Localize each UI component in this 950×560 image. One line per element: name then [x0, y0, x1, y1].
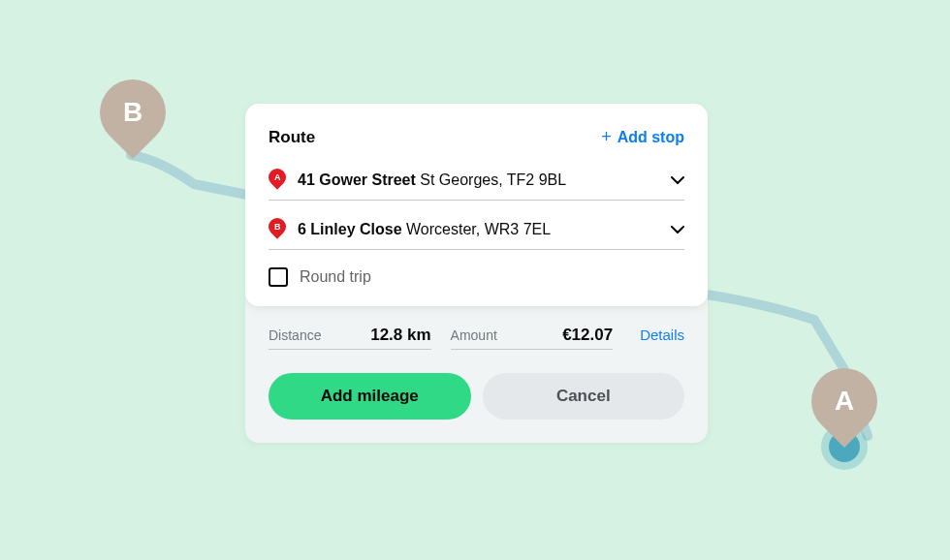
stop-pin-b-icon: B [269, 218, 286, 241]
chevron-down-icon[interactable] [671, 226, 684, 233]
stop-b-address: 6 Linley Close Worcester, WR3 7EL [298, 221, 659, 238]
amount-value: €12.07 [562, 326, 613, 345]
distance-label: Distance [269, 327, 321, 343]
route-title: Route [269, 128, 315, 147]
add-stop-button[interactable]: + Add stop [601, 127, 684, 147]
round-trip-label: Round trip [300, 268, 371, 286]
amount-item: Amount €12.07 [451, 326, 614, 350]
add-mileage-button[interactable]: Add mileage [269, 373, 471, 420]
details-link[interactable]: Details [640, 327, 684, 343]
map-pin-b: B [100, 79, 166, 157]
distance-value: 12.8 km [370, 326, 430, 345]
route-header: Route + Add stop [269, 127, 684, 147]
stop-pin-a-icon: A [269, 169, 286, 192]
stop-row-b[interactable]: B 6 Linley Close Worcester, WR3 7EL [269, 218, 684, 250]
map-pin-b-label: B [123, 97, 142, 128]
amount-label: Amount [451, 327, 497, 343]
round-trip-row: Round trip [269, 267, 684, 287]
stop-row-a[interactable]: A 41 Gower Street St Georges, TF2 9BL [269, 169, 684, 201]
stop-a-address: 41 Gower Street St Georges, TF2 9BL [298, 171, 659, 189]
map-pin-a: A [811, 368, 877, 446]
chevron-down-icon[interactable] [671, 176, 684, 184]
route-card: Route + Add stop A 41 Gower Street St Ge… [245, 104, 708, 306]
summary-row: Distance 12.8 km Amount €12.07 Details [269, 326, 684, 350]
cancel-button[interactable]: Cancel [483, 373, 685, 420]
button-row: Add mileage Cancel [269, 373, 684, 420]
map-pin-a-label: A [835, 386, 854, 417]
summary-section: Distance 12.8 km Amount €12.07 Details A… [245, 306, 708, 443]
round-trip-checkbox[interactable] [269, 267, 288, 287]
distance-item: Distance 12.8 km [269, 326, 431, 350]
mileage-modal: Route + Add stop A 41 Gower Street St Ge… [245, 104, 708, 443]
plus-icon: + [601, 127, 612, 147]
add-stop-label: Add stop [618, 129, 684, 146]
